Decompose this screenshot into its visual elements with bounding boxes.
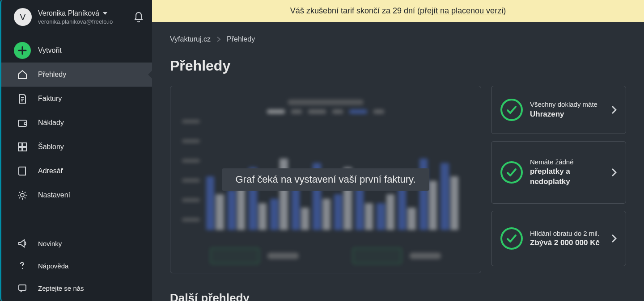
- nav-label: Adresář: [38, 167, 63, 175]
- trial-text-prefix: Váš zkušební tarif skončí za 29 dní (: [290, 6, 420, 15]
- svg-rect-2: [23, 143, 26, 146]
- status-card-paid[interactable]: Všechny doklady máte Uhrazeny: [491, 86, 626, 134]
- section-heading: Další přehledy: [170, 291, 626, 301]
- trial-text-suffix: ): [503, 6, 506, 15]
- status-line1: Hlídání obratu do 2 mil.: [530, 229, 604, 238]
- main: Váš zkušební tarif skončí za 29 dní (pře…: [152, 0, 644, 301]
- nav-label: Šablony: [38, 143, 64, 151]
- document-icon: [17, 93, 28, 105]
- plus-icon-wrapper: [17, 45, 28, 56]
- page-title: Přehledy: [170, 58, 626, 74]
- nav-label: Přehledy: [38, 71, 66, 79]
- status-column: Všechny doklady máte Uhrazeny Nemáte žád…: [491, 86, 626, 273]
- caret-down-icon: [103, 12, 107, 15]
- status-strong: přeplatky a nedoplatky: [530, 167, 604, 187]
- chevron-right-icon: [217, 37, 220, 42]
- nav-invoices[interactable]: Faktury: [1, 87, 152, 111]
- puzzle-icon: [17, 141, 28, 153]
- status-strong: Zbývá 2 000 000 Kč: [530, 238, 604, 248]
- plus-icon: [14, 42, 31, 59]
- gear-icon: [17, 189, 28, 201]
- book-icon: [17, 165, 28, 177]
- user-row: V Veronika Planíková veronika.planikova@…: [1, 8, 152, 29]
- check-icon: [500, 161, 523, 184]
- status-strong: Uhrazeny: [530, 109, 604, 120]
- nav-costs[interactable]: Náklady: [1, 111, 152, 135]
- svg-point-5: [21, 193, 24, 197]
- trial-banner: Váš zkušební tarif skončí za 29 dní (pře…: [152, 0, 644, 22]
- breadcrumb-current: Přehledy: [227, 35, 255, 43]
- nav-label: Faktury: [38, 95, 62, 103]
- nav-help[interactable]: Nápověda: [1, 255, 152, 277]
- bell-icon[interactable]: [133, 11, 144, 23]
- status-card-balance[interactable]: Nemáte žádné přeplatky a nedoplatky: [491, 141, 626, 204]
- megaphone-icon: [17, 238, 28, 249]
- home-icon: [17, 69, 28, 80]
- svg-rect-1: [18, 143, 22, 146]
- nav-label: Nastavení: [38, 191, 70, 199]
- nav-label: Nápověda: [38, 262, 68, 270]
- breadcrumb: Vyfakturuj.cz Přehledy: [170, 35, 626, 43]
- wallet-icon: [17, 117, 28, 129]
- status-line1: Nemáte žádné: [530, 158, 604, 167]
- trial-upgrade-link[interactable]: přejít na placenou verzi: [420, 6, 503, 15]
- chart-card: Graf čeká na vystavení vaší první faktur…: [170, 86, 481, 273]
- check-icon: [500, 227, 523, 250]
- nav-overview[interactable]: Přehledy: [1, 63, 152, 87]
- nav-create[interactable]: Vytvořit: [1, 38, 152, 63]
- main-nav: Vytvořit Přehledy Faktury Náklady: [1, 38, 152, 207]
- nav-templates[interactable]: Šablony: [1, 135, 152, 159]
- nav-ask[interactable]: Zeptejte se nás: [1, 277, 152, 299]
- nav-label: Vytvořit: [38, 46, 62, 54]
- svg-rect-7: [19, 285, 26, 290]
- sidebar-bottom: Novinky Nápověda Zeptejte se nás: [1, 232, 152, 301]
- chevron-right-icon: [611, 234, 617, 243]
- chat-icon: [17, 282, 28, 294]
- question-icon: [17, 260, 28, 272]
- status-line1: Všechny doklady máte: [530, 100, 604, 109]
- chevron-right-icon: [611, 168, 617, 177]
- nav-label: Náklady: [38, 119, 64, 127]
- user-email: veronika.planikova@freelo.io: [38, 18, 127, 25]
- avatar[interactable]: V: [14, 8, 32, 26]
- svg-point-6: [22, 268, 23, 269]
- nav-label: Novinky: [38, 240, 62, 247]
- user-name: Veronika Planíková: [38, 9, 99, 17]
- sidebar: V Veronika Planíková veronika.planikova@…: [0, 0, 152, 301]
- nav-news[interactable]: Novinky: [1, 232, 152, 255]
- svg-rect-4: [23, 147, 26, 151]
- check-icon: [500, 99, 523, 121]
- svg-rect-3: [18, 147, 22, 151]
- nav-contacts[interactable]: Adresář: [1, 159, 152, 183]
- chevron-right-icon: [611, 105, 617, 114]
- nav-settings[interactable]: Nastavení: [1, 183, 152, 207]
- user-menu[interactable]: Veronika Planíková: [38, 9, 127, 17]
- breadcrumb-root[interactable]: Vyfakturuj.cz: [170, 35, 211, 43]
- nav-label: Zeptejte se nás: [38, 284, 84, 292]
- chart-empty-message: Graf čeká na vystavení vaší první faktur…: [222, 168, 429, 191]
- status-card-turnover[interactable]: Hlídání obratu do 2 mil. Zbývá 2 000 000…: [491, 211, 626, 266]
